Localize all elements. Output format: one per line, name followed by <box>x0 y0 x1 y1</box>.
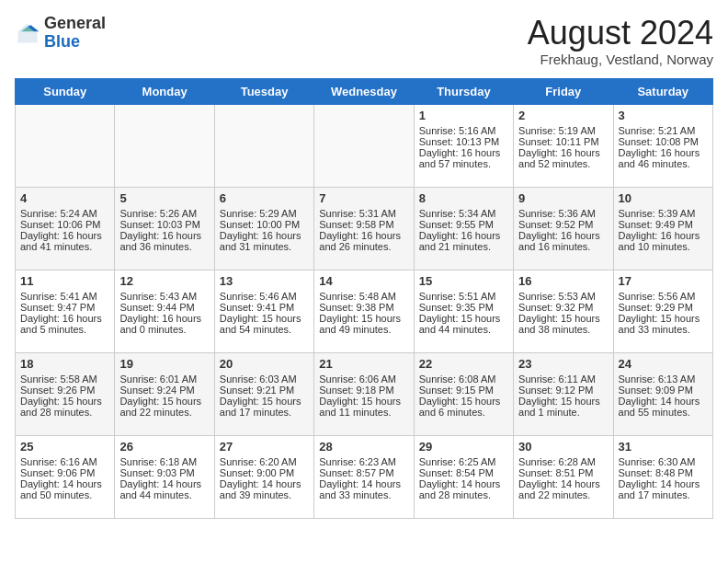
calendar-cell: 30Sunrise: 6:28 AMSunset: 8:51 PMDayligh… <box>514 435 613 518</box>
day-number: 2 <box>518 109 608 122</box>
day-number: 21 <box>319 357 408 371</box>
day-number: 23 <box>518 357 608 371</box>
cell-content-line: Sunrise: 5:46 AM <box>220 291 309 302</box>
cell-content-line: and 54 minutes. <box>220 324 309 335</box>
day-number: 4 <box>20 191 109 205</box>
cell-content-line: and 38 minutes. <box>518 324 608 335</box>
cell-content-line: and 17 minutes. <box>619 489 708 500</box>
calendar-cell: 24Sunrise: 6:13 AMSunset: 9:09 PMDayligh… <box>613 352 712 435</box>
day-number: 25 <box>20 440 109 454</box>
calendar-week-row: 11Sunrise: 5:41 AMSunset: 9:47 PMDayligh… <box>16 270 713 352</box>
cell-content-line: and 39 minutes. <box>220 489 309 500</box>
cell-content-line: and 28 minutes. <box>419 489 508 500</box>
cell-content-line: Sunrise: 5:29 AM <box>220 208 309 219</box>
cell-content-line: and 26 minutes. <box>319 241 408 252</box>
cell-content-line: Daylight: 16 hours <box>319 230 408 241</box>
day-of-week-header: Wednesday <box>314 78 414 104</box>
cell-content-line: Sunset: 9:24 PM <box>119 385 209 396</box>
cell-content-line: Daylight: 15 hours <box>518 313 608 324</box>
calendar-cell: 11Sunrise: 5:41 AMSunset: 9:47 PMDayligh… <box>16 270 115 352</box>
cell-content-line: Sunrise: 5:43 AM <box>119 291 209 302</box>
cell-content-line: Sunset: 9:00 PM <box>220 467 309 478</box>
cell-content-line: Daylight: 15 hours <box>220 313 309 324</box>
cell-content-line: Sunset: 9:15 PM <box>419 385 508 396</box>
cell-content-line: Sunset: 9:41 PM <box>220 302 309 313</box>
cell-content-line: Sunset: 10:11 PM <box>518 136 608 147</box>
cell-content-line: and 44 minutes. <box>119 489 209 500</box>
calendar-cell: 31Sunrise: 6:30 AMSunset: 8:48 PMDayligh… <box>613 435 712 518</box>
cell-content-line: and 36 minutes. <box>119 241 209 252</box>
day-number: 1 <box>419 109 508 122</box>
calendar-week-row: 18Sunrise: 5:58 AMSunset: 9:26 PMDayligh… <box>16 352 713 435</box>
cell-content-line: and 16 minutes. <box>518 241 608 252</box>
calendar-week-row: 1Sunrise: 5:16 AMSunset: 10:13 PMDayligh… <box>16 104 713 187</box>
cell-content-line: Sunset: 9:52 PM <box>518 219 608 230</box>
day-number: 10 <box>619 191 708 205</box>
calendar-cell: 10Sunrise: 5:39 AMSunset: 9:49 PMDayligh… <box>613 187 712 270</box>
cell-content-line: Daylight: 15 hours <box>518 396 608 407</box>
cell-content-line: Sunrise: 6:20 AM <box>220 456 309 467</box>
calendar-cell: 2Sunrise: 5:19 AMSunset: 10:11 PMDayligh… <box>514 104 613 187</box>
cell-content-line: Daylight: 15 hours <box>619 313 708 324</box>
cell-content-line: Daylight: 16 hours <box>619 230 708 241</box>
cell-content-line: Daylight: 14 hours <box>319 478 408 489</box>
cell-content-line: Sunset: 9:35 PM <box>419 302 508 313</box>
cell-content-line: Daylight: 15 hours <box>419 396 508 407</box>
cell-content-line: Sunset: 9:09 PM <box>619 385 708 396</box>
day-number: 19 <box>119 357 209 371</box>
cell-content-line: and 10 minutes. <box>619 241 708 252</box>
cell-content-line: Daylight: 16 hours <box>119 313 209 324</box>
day-of-week-header: Thursday <box>414 78 513 104</box>
calendar-cell: 25Sunrise: 6:16 AMSunset: 9:06 PMDayligh… <box>16 435 115 518</box>
cell-content-line: Daylight: 14 hours <box>619 396 708 407</box>
cell-content-line: Sunrise: 6:16 AM <box>20 456 109 467</box>
logo-blue-text: Blue <box>44 32 80 51</box>
cell-content-line: Sunrise: 5:39 AM <box>619 208 708 219</box>
cell-content-line: and 17 minutes. <box>220 407 309 418</box>
cell-content-line: Sunset: 9:29 PM <box>619 302 708 313</box>
cell-content-line: Sunset: 8:57 PM <box>319 467 408 478</box>
calendar-cell: 12Sunrise: 5:43 AMSunset: 9:44 PMDayligh… <box>115 270 214 352</box>
cell-content-line: Sunrise: 6:23 AM <box>319 456 408 467</box>
cell-content-line: Sunset: 10:03 PM <box>119 219 209 230</box>
logo: General Blue <box>15 15 106 52</box>
cell-content-line: Daylight: 16 hours <box>419 147 508 158</box>
calendar-cell: 5Sunrise: 5:26 AMSunset: 10:03 PMDayligh… <box>115 187 214 270</box>
day-number: 11 <box>20 274 109 288</box>
day-number: 27 <box>220 440 309 454</box>
day-number: 8 <box>419 191 508 205</box>
calendar-cell: 6Sunrise: 5:29 AMSunset: 10:00 PMDayligh… <box>214 187 313 270</box>
cell-content-line: Sunrise: 5:31 AM <box>319 208 408 219</box>
cell-content-line: and 57 minutes. <box>419 158 508 169</box>
calendar-cell: 9Sunrise: 5:36 AMSunset: 9:52 PMDaylight… <box>514 187 613 270</box>
day-number: 3 <box>619 109 708 122</box>
day-number: 14 <box>319 274 408 288</box>
day-number: 5 <box>119 191 209 205</box>
cell-content-line: Sunrise: 5:26 AM <box>119 208 209 219</box>
cell-content-line: Daylight: 15 hours <box>319 396 408 407</box>
cell-content-line: Daylight: 14 hours <box>20 478 109 489</box>
cell-content-line: Sunrise: 5:53 AM <box>518 291 608 302</box>
cell-content-line: Daylight: 16 hours <box>419 230 508 241</box>
cell-content-line: and 11 minutes. <box>319 407 408 418</box>
calendar-header-row: SundayMondayTuesdayWednesdayThursdayFrid… <box>16 78 713 104</box>
day-of-week-header: Monday <box>115 78 214 104</box>
cell-content-line: Sunset: 9:26 PM <box>20 385 109 396</box>
cell-content-line: Sunset: 10:13 PM <box>419 136 508 147</box>
cell-content-line: Sunrise: 6:13 AM <box>619 373 708 385</box>
calendar-cell: 8Sunrise: 5:34 AMSunset: 9:55 PMDaylight… <box>414 187 513 270</box>
cell-content-line: Sunset: 9:06 PM <box>20 467 109 478</box>
day-number: 31 <box>619 440 708 454</box>
cell-content-line: Sunset: 9:44 PM <box>119 302 209 313</box>
cell-content-line: and 6 minutes. <box>419 407 508 418</box>
cell-content-line: Sunrise: 5:58 AM <box>20 373 109 385</box>
cell-content-line: Sunrise: 5:34 AM <box>419 208 508 219</box>
day-number: 18 <box>20 357 109 371</box>
calendar-cell <box>115 104 214 187</box>
svg-rect-3 <box>18 31 38 42</box>
cell-content-line: Daylight: 14 hours <box>419 478 508 489</box>
calendar-cell: 17Sunrise: 5:56 AMSunset: 9:29 PMDayligh… <box>613 270 712 352</box>
cell-content-line: Sunset: 9:58 PM <box>319 219 408 230</box>
day-number: 16 <box>518 274 608 288</box>
calendar-cell: 28Sunrise: 6:23 AMSunset: 8:57 PMDayligh… <box>314 435 414 518</box>
